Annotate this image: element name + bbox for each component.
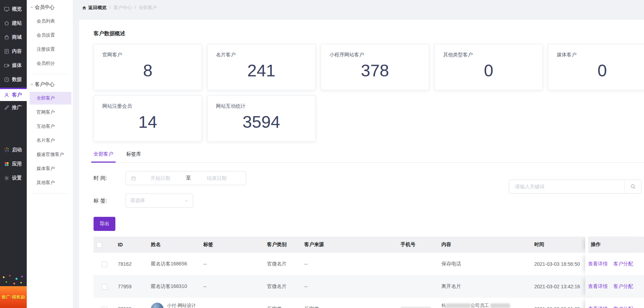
stat-cards-row-2: 网站注册会员 14 网站互动统计 3594 — [94, 95, 644, 142]
stat-label: 其他类型客户 — [443, 52, 534, 58]
select-all-checkbox[interactable] — [96, 242, 102, 248]
search-button[interactable] — [624, 180, 641, 193]
assign-customer-link[interactable]: 客户分配 — [613, 283, 633, 289]
sidebar-item-express-customers[interactable]: 极速官微客户 — [27, 147, 73, 162]
date-range-picker[interactable]: 至 — [126, 171, 246, 185]
stat-value: 378 — [330, 61, 420, 80]
sidebar-item-member-settings[interactable]: 会员设置 — [27, 28, 73, 42]
stat-value: 0 — [443, 61, 534, 80]
sidebar-item-other-customers[interactable]: 其他客户 — [27, 176, 73, 190]
home-icon — [82, 6, 87, 10]
sidebar-item-interactive-customers[interactable]: 互动客户 — [27, 119, 73, 133]
header-content: 内容 — [439, 237, 531, 253]
apps-pinwheel-icon — [4, 161, 9, 167]
tab-all-customers[interactable]: 全部客户 — [94, 151, 113, 162]
breadcrumb-level2: 全部客户 — [139, 5, 157, 11]
nav-label: 概览 — [12, 6, 22, 12]
assign-customer-link[interactable]: 客户分配 — [613, 306, 633, 308]
header-phone: 手机号 — [398, 237, 439, 253]
cell-tag: -- — [200, 253, 264, 275]
row-checkbox[interactable] — [102, 262, 107, 267]
nav-item-overview[interactable]: 概览 — [0, 3, 27, 15]
view-detail-link[interactable]: 查看详情 — [588, 306, 608, 308]
nav-item-site-builder[interactable]: 建站 — [0, 17, 27, 29]
nav-item-data[interactable]: 数据 — [0, 74, 27, 86]
stat-value: 241 — [216, 61, 307, 80]
nav-label: 内容 — [12, 48, 22, 55]
row-checkbox[interactable] — [102, 284, 107, 290]
stat-card-interaction-stats: 网站互动统计 3594 — [207, 95, 315, 142]
video-icon — [4, 63, 9, 68]
time-filter-label: 时 间: — [94, 175, 126, 182]
stat-label: 网站注册会员 — [102, 103, 193, 109]
promotion-banner[interactable]: 推广·得奖励 — [0, 274, 27, 308]
cell-name: 匿名访客168656 — [148, 253, 200, 275]
cell-source: 乐官微 — [301, 298, 398, 308]
group-member-center[interactable]: 会员中心 — [27, 1, 73, 14]
primary-sidebar: 概览 建站 商城 内容 媒体 数据 客户 推广 启动 应用 — [0, 0, 27, 308]
nav-item-promotion[interactable]: 推广 — [0, 102, 27, 114]
sidebar-item-card-customers[interactable]: 名片客户 — [27, 133, 73, 147]
header-time: 时间 — [531, 237, 585, 253]
cell-content: 保存电话 — [439, 253, 531, 275]
breadcrumb-separator: / — [135, 5, 136, 10]
nav-label: 设置 — [12, 175, 22, 181]
nav-item-settings[interactable]: 设置 — [0, 172, 27, 184]
pen-icon — [4, 105, 9, 111]
nav-label: 数据 — [12, 76, 22, 83]
nav-item-mall[interactable]: 商城 — [0, 31, 27, 43]
cell-source: -- — [301, 253, 398, 275]
cell-actions: 查看详情客户分配 — [585, 253, 644, 275]
sidebar-item-website-customers[interactable]: 官网客户 — [27, 105, 73, 119]
stat-card-registered-members: 网站注册会员 14 — [94, 95, 202, 142]
view-detail-link[interactable]: 查看详情 — [588, 261, 608, 266]
tab-tag-library[interactable]: 标签库 — [126, 151, 141, 162]
sidebar-item-media-customers[interactable]: 媒体客户 — [27, 162, 73, 176]
nav-label: 推广 — [12, 105, 22, 111]
cell-name: 小付-网站设计 SEM-SEO — [148, 298, 200, 308]
header-source: 客户来源 — [301, 237, 398, 253]
nav-item-media[interactable]: 媒体 — [0, 59, 27, 71]
sidebar-item-all-customers[interactable]: 全部客户 — [30, 92, 71, 105]
content-fragment: 杭 — [441, 303, 446, 308]
tag-select[interactable]: 请选择 — [126, 194, 193, 208]
chevron-down-icon — [184, 199, 189, 203]
nav-label: 应用 — [12, 161, 22, 167]
stat-card-miniprogram-customers: 小程序网站客户 378 — [321, 44, 429, 90]
cell-phone — [398, 253, 439, 275]
breadcrumb-home-link[interactable]: 返回概览 — [82, 5, 107, 11]
search-icon — [630, 184, 636, 189]
end-date-input[interactable] — [192, 175, 241, 181]
cell-time: 2021-03-02 09:01:05 — [531, 298, 585, 308]
cell-type: 官微名片 — [264, 253, 301, 275]
nav-label: 建站 — [12, 20, 22, 26]
header-id: ID — [115, 237, 148, 253]
export-button[interactable]: 导出 — [94, 217, 115, 231]
header-type: 客户类别 — [264, 237, 301, 253]
table-row: 77925 小付-网站设计 SEM-SEO -- 乐官微 乐官微 — [94, 298, 644, 308]
nav-item-apps[interactable]: 应用 — [0, 158, 27, 170]
stat-label: 媒体客户 — [557, 52, 644, 58]
sidebar-item-member-list[interactable]: 会员列表 — [27, 14, 73, 28]
sidebar-item-register-settings[interactable]: 注册设置 — [27, 42, 73, 56]
table-header-row: ID 姓名 标签 客户类别 客户来源 手机号 内容 时间 操作 — [94, 237, 644, 253]
nav-label: 启动 — [12, 147, 22, 153]
stat-value: 0 — [557, 61, 644, 80]
nav-item-content[interactable]: 内容 — [0, 45, 27, 57]
search-input[interactable] — [509, 184, 624, 189]
stat-value: 3594 — [216, 112, 307, 132]
row-checkbox[interactable] — [102, 307, 107, 308]
nav-item-customer[interactable]: 客户 — [0, 88, 27, 101]
sidebar-item-member-points[interactable]: 会员积分 — [27, 56, 73, 70]
content-panel: 客户数据概述 官网客户 8 名片客户 241 小程序网站客户 378 其他类型客… — [79, 20, 644, 308]
group-customer-center[interactable]: 客户中心 — [27, 78, 73, 91]
nav-item-launch[interactable]: 启动 — [0, 144, 27, 156]
cell-tag: -- — [200, 298, 264, 308]
cell-time: 2021-03-02 13:42:16 — [531, 275, 585, 298]
stat-cards-row-1: 官网客户 8 名片客户 241 小程序网站客户 378 其他类型客户 0 媒体客… — [94, 44, 644, 90]
start-date-input[interactable] — [136, 175, 185, 181]
view-detail-link[interactable]: 查看详情 — [588, 283, 608, 289]
cell-content: 离开名片 — [439, 275, 531, 298]
assign-customer-link[interactable]: 客户分配 — [613, 261, 633, 266]
divider — [31, 193, 69, 194]
